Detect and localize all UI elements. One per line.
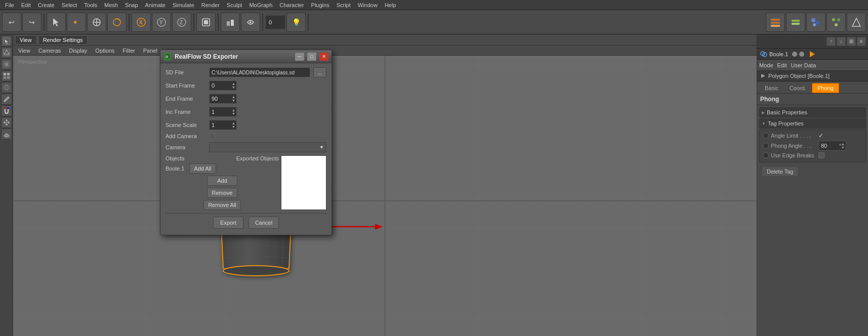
- dialog-browse-btn[interactable]: ...: [313, 67, 326, 77]
- end-frame-arrows[interactable]: ▲▼: [232, 95, 235, 102]
- rp-icon-3[interactable]: ⊞: [847, 37, 856, 46]
- menu-window[interactable]: Window: [355, 1, 381, 9]
- snap-btn[interactable]: [241, 13, 260, 32]
- svg-point-23: [815, 21, 819, 25]
- redo-btn[interactable]: ↪: [22, 13, 42, 32]
- add-btn[interactable]: Add: [207, 176, 237, 186]
- svg-point-26: [837, 18, 840, 21]
- transform-btn[interactable]: [196, 13, 216, 32]
- sidebar-icon-magnet[interactable]: [1, 105, 12, 116]
- menu-create[interactable]: Create: [35, 1, 58, 9]
- obj-manager-btn5[interactable]: [847, 13, 866, 32]
- menu-file[interactable]: File: [2, 1, 17, 9]
- sidebar-icon-pencil[interactable]: [1, 94, 12, 105]
- light-btn[interactable]: 💡: [286, 13, 306, 32]
- sidebar-icon-sphere[interactable]: [1, 82, 12, 93]
- obj-manager-btn3[interactable]: [806, 13, 825, 32]
- delete-tag-btn[interactable]: Delete Tag: [761, 166, 799, 177]
- start-frame-spinbox[interactable]: 0 ▲▼: [209, 80, 237, 91]
- menu-script[interactable]: Script: [334, 1, 354, 9]
- menu-help[interactable]: Help: [382, 1, 399, 9]
- right-panel-tabs: Basic Coord. Phong: [757, 81, 868, 94]
- menu-mograph[interactable]: MoGraph: [246, 1, 275, 9]
- start-frame-arrows[interactable]: ▲▼: [232, 82, 235, 89]
- menu-plugins[interactable]: Plugins: [308, 1, 333, 9]
- scene-scale-spinbox[interactable]: 1 ▲▼: [209, 120, 237, 130]
- menu-snap[interactable]: Snap: [122, 1, 141, 9]
- phong-angle-spinbox[interactable]: 80 ° ▲▼: [818, 141, 846, 151]
- obj-manager-btn2[interactable]: [786, 13, 805, 32]
- menu-select[interactable]: Select: [59, 1, 80, 9]
- svg-rect-36: [4, 76, 6, 79]
- new-obj-btn[interactable]: [221, 13, 240, 32]
- menu-character[interactable]: Character: [276, 1, 307, 9]
- dialog-minimize-btn[interactable]: ─: [295, 53, 304, 61]
- svg-rect-35: [7, 73, 10, 75]
- move-btn[interactable]: ✦: [67, 13, 86, 32]
- rp-menu-edit[interactable]: Edit: [777, 62, 787, 68]
- right-panel-menu: Mode Edit User Data: [757, 60, 868, 71]
- scale-btn[interactable]: [87, 13, 106, 32]
- menu-edit[interactable]: Edit: [18, 1, 34, 9]
- rp-menu-mode[interactable]: Mode: [759, 62, 773, 68]
- remove-btn[interactable]: Remove: [207, 188, 237, 198]
- menu-animate[interactable]: Animate: [142, 1, 169, 9]
- add-camera-checkbox[interactable]: [209, 133, 215, 139]
- tab-phong[interactable]: Phong: [812, 83, 839, 93]
- scene-scale-arrows[interactable]: ▲▼: [232, 121, 235, 129]
- end-frame-spinbox[interactable]: 90 ▲▼: [209, 94, 237, 104]
- exported-objects-label: Exported Objects: [236, 155, 279, 161]
- export-btn[interactable]: Export: [213, 217, 243, 229]
- toolbar-sep-1: [44, 14, 45, 31]
- menu-sculpt[interactable]: Sculpt: [224, 1, 245, 9]
- basic-properties-label: Basic Properties: [767, 109, 807, 115]
- cancel-btn[interactable]: Cancel: [249, 217, 279, 229]
- sidebar-icon-box[interactable]: [1, 59, 12, 70]
- tag-properties-header[interactable]: ▼ Tag Properties: [759, 118, 866, 129]
- rotate-btn[interactable]: [107, 13, 127, 32]
- sd-file-input[interactable]: [209, 67, 310, 77]
- camera-dropdown[interactable]: ▼: [209, 142, 326, 152]
- phong-angle-radio[interactable]: [763, 143, 769, 149]
- edge-breaks-radio[interactable]: [763, 152, 769, 158]
- rp-icon-1[interactable]: ↑: [826, 37, 836, 46]
- end-frame-row: End Frame 90 ▲▼: [166, 94, 326, 104]
- select-btn[interactable]: [47, 13, 66, 32]
- undo-btn[interactable]: ↩: [2, 13, 21, 32]
- obj-manager-btn4[interactable]: [826, 13, 846, 32]
- menu-tools[interactable]: Tools: [81, 1, 100, 9]
- inc-frame-arrows[interactable]: ▲▼: [232, 108, 235, 115]
- dialog-title-text: RealFlow SD Exporter: [175, 53, 292, 60]
- rp-icon-2[interactable]: ↓: [837, 37, 846, 46]
- phong-angle-label: Phong Angle . . .: [771, 143, 816, 149]
- obj-manager-item-boole: Boole.1: [760, 50, 816, 58]
- dialog-titlebar[interactable]: R RealFlow SD Exporter ─ □ ✕: [160, 50, 332, 63]
- left-sidebar: [0, 34, 13, 336]
- dialog-close-btn[interactable]: ✕: [319, 53, 328, 61]
- obj-manager-boole-name: Boole.1: [769, 51, 788, 57]
- phong-angle-arrows[interactable]: ▲▼: [841, 142, 845, 149]
- dialog-maximize-btn[interactable]: □: [307, 53, 316, 61]
- yaxis-btn[interactable]: Y: [152, 13, 171, 32]
- edge-breaks-checkbox[interactable]: [818, 152, 824, 158]
- add-all-btn[interactable]: Add All: [189, 163, 216, 174]
- sidebar-icon-paint[interactable]: [1, 129, 12, 140]
- angle-limit-radio[interactable]: [763, 133, 769, 139]
- xaxis-btn[interactable]: X: [132, 13, 151, 32]
- menu-simulate[interactable]: Simulate: [170, 1, 197, 9]
- remove-all-btn[interactable]: Remove All: [203, 200, 241, 210]
- zaxis-btn[interactable]: Z: [172, 13, 191, 32]
- sidebar-icon-select[interactable]: [1, 35, 12, 47]
- tab-coord[interactable]: Coord.: [784, 83, 812, 93]
- inc-frame-spinbox[interactable]: 1 ▲▼: [209, 107, 237, 117]
- rp-menu-userdata[interactable]: User Data: [791, 62, 816, 68]
- sidebar-icon-node[interactable]: [1, 117, 12, 128]
- basic-properties-header[interactable]: ▶ Basic Properties: [759, 107, 866, 117]
- sidebar-icon-grid[interactable]: [1, 70, 12, 81]
- sidebar-icon-polygon[interactable]: [1, 47, 12, 58]
- menu-mesh[interactable]: Mesh: [101, 1, 121, 9]
- rp-icon-4[interactable]: ≡: [857, 37, 866, 46]
- menu-render[interactable]: Render: [198, 1, 223, 9]
- tab-basic[interactable]: Basic: [759, 83, 784, 93]
- obj-manager-btn1[interactable]: [766, 13, 785, 32]
